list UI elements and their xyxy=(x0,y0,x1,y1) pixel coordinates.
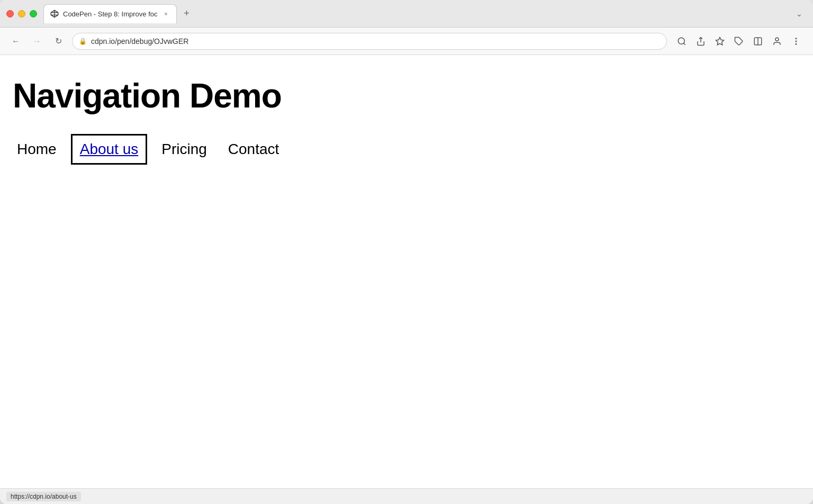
reload-button[interactable]: ↻ xyxy=(51,34,66,49)
share-icon[interactable] xyxy=(692,33,709,50)
extensions-icon[interactable] xyxy=(730,33,747,50)
forward-button[interactable]: → xyxy=(30,34,44,49)
nav-link-home[interactable]: Home xyxy=(13,139,61,160)
navigation: Home About us Pricing Contact xyxy=(13,137,800,162)
profile-icon[interactable] xyxy=(769,33,785,50)
svg-point-14 xyxy=(796,43,797,44)
svg-line-5 xyxy=(683,43,685,44)
traffic-light-minimize[interactable] xyxy=(18,10,25,17)
svg-point-4 xyxy=(678,38,684,44)
svg-point-12 xyxy=(796,38,797,39)
traffic-light-close[interactable] xyxy=(6,10,14,17)
active-tab[interactable]: CodePen - Step 8: Improve foc × xyxy=(43,4,177,23)
split-view-icon[interactable] xyxy=(749,33,766,50)
codepen-icon xyxy=(50,10,59,18)
page-content: Navigation Demo Home About us Pricing Co… xyxy=(0,55,813,488)
address-bar: ← → ↻ 🔒 cdpn.io/pen/debug/OJvwGER xyxy=(0,28,813,55)
toolbar-icons xyxy=(673,33,805,50)
traffic-light-maximize[interactable] xyxy=(30,10,37,17)
page-title: Navigation Demo xyxy=(13,76,800,115)
more-options-icon[interactable] xyxy=(788,33,805,50)
search-icon[interactable] xyxy=(673,33,690,50)
nav-link-pricing[interactable]: Pricing xyxy=(157,139,211,160)
tab-dropdown-button[interactable]: ⌄ xyxy=(792,6,807,21)
status-url: https://cdpn.io/about-us xyxy=(6,492,81,501)
svg-marker-7 xyxy=(716,37,724,44)
address-text: cdpn.io/pen/debug/OJvwGER xyxy=(91,37,188,46)
back-button[interactable]: ← xyxy=(8,34,23,49)
status-bar: https://cdpn.io/about-us xyxy=(0,488,813,504)
new-tab-button[interactable]: + xyxy=(179,6,194,21)
address-field[interactable]: 🔒 cdpn.io/pen/debug/OJvwGER xyxy=(72,33,667,50)
traffic-lights xyxy=(6,10,37,17)
browser-window: CodePen - Step 8: Improve foc × + ⌄ ← → … xyxy=(0,0,813,504)
title-bar: CodePen - Step 8: Improve foc × + ⌄ xyxy=(0,0,813,28)
nav-link-contact[interactable]: Contact xyxy=(224,139,284,160)
svg-point-13 xyxy=(796,41,797,42)
tab-title: CodePen - Step 8: Improve foc xyxy=(63,10,157,18)
nav-link-about[interactable]: About us xyxy=(74,137,145,162)
tab-bar: CodePen - Step 8: Improve foc × + ⌄ xyxy=(43,4,807,23)
bookmark-icon[interactable] xyxy=(711,33,728,50)
svg-point-11 xyxy=(775,38,779,41)
lock-icon: 🔒 xyxy=(79,38,87,45)
tab-close-button[interactable]: × xyxy=(161,10,170,18)
